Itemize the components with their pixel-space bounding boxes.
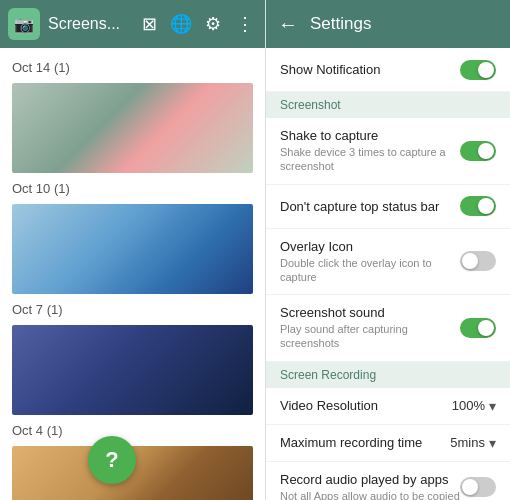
toggle-switch[interactable] [460, 477, 496, 497]
setting-subtitle: Play sound after capturing screenshots [280, 322, 460, 351]
toggle-knob [478, 62, 494, 78]
setting-row: Record audio played by appsNot all Apps … [266, 462, 510, 500]
date-label: Oct 4 (1) [0, 419, 265, 442]
fab-button[interactable]: ? [88, 436, 136, 484]
toggle-switch[interactable] [460, 196, 496, 216]
setting-subtitle: Not all Apps allow audio to be copied [280, 489, 460, 500]
date-label: Oct 10 (1) [0, 177, 265, 200]
setting-row: Don't capture top status bar [266, 185, 510, 229]
crossed-icon[interactable]: ⊠ [137, 12, 161, 36]
toggle-switch[interactable] [460, 318, 496, 338]
thumbnail[interactable] [12, 325, 253, 415]
toggle-switch[interactable] [460, 251, 496, 271]
question-icon: ? [105, 447, 118, 473]
toggle-knob [462, 253, 478, 269]
globe-icon[interactable]: 🌐 [169, 12, 193, 36]
left-panel: 📷 Screens... ⊠ 🌐 ⚙ ⋮ Oct 14 (1) Oct 10 (… [0, 0, 265, 500]
screenshot-list: Oct 14 (1) Oct 10 (1) Oct 7 (1) Oct 4 (1… [0, 48, 265, 500]
dropdown-label: Maximum recording time [280, 435, 422, 450]
dropdown-label: Video Resolution [280, 398, 378, 413]
date-label: Oct 7 (1) [0, 298, 265, 321]
toggle-knob [478, 143, 494, 159]
dropdown-current-value: 100% [452, 398, 485, 413]
date-label: Oct 14 (1) [0, 56, 265, 79]
dropdown-row[interactable]: Maximum recording time5mins▾ [266, 425, 510, 462]
setting-text: Show Notification [280, 62, 460, 77]
setting-subtitle: Shake device 3 times to capture a screen… [280, 145, 460, 174]
toggle-knob [478, 198, 494, 214]
setting-title: Screenshot sound [280, 305, 460, 320]
setting-title: Record audio played by apps [280, 472, 460, 487]
thumbnail[interactable] [12, 204, 253, 294]
dropdown-current-value: 5mins [450, 435, 485, 450]
chevron-down-icon: ▾ [489, 398, 496, 414]
toggle-switch[interactable] [460, 141, 496, 161]
camera-icon: 📷 [14, 15, 34, 34]
setting-text: Screenshot soundPlay sound after capturi… [280, 305, 460, 351]
right-panel: ← Settings Show NotificationScreenshotSh… [265, 0, 510, 500]
setting-row: Show Notification [266, 48, 510, 92]
setting-title: Overlay Icon [280, 239, 460, 254]
setting-row: Shake to captureShake device 3 times to … [266, 118, 510, 185]
app-icon: 📷 [8, 8, 40, 40]
back-button[interactable]: ← [278, 13, 298, 36]
app-title: Screens... [48, 15, 129, 33]
toggle-switch[interactable] [460, 60, 496, 80]
chevron-down-icon: ▾ [489, 435, 496, 451]
section-header: Screen Recording [266, 362, 510, 388]
setting-text: Don't capture top status bar [280, 199, 460, 214]
header-icons: ⊠ 🌐 ⚙ ⋮ [137, 12, 257, 36]
dropdown-value[interactable]: 5mins▾ [450, 435, 496, 451]
dropdown-row[interactable]: Video Resolution100%▾ [266, 388, 510, 425]
setting-row: Overlay IconDouble click the overlay ico… [266, 229, 510, 296]
left-header: 📷 Screens... ⊠ 🌐 ⚙ ⋮ [0, 0, 265, 48]
right-header: ← Settings [266, 0, 510, 48]
setting-row: Screenshot soundPlay sound after capturi… [266, 295, 510, 362]
setting-title: Show Notification [280, 62, 460, 77]
section-header: Screenshot [266, 92, 510, 118]
more-icon[interactable]: ⋮ [233, 12, 257, 36]
setting-text: Shake to captureShake device 3 times to … [280, 128, 460, 174]
thumbnail[interactable] [12, 83, 253, 173]
setting-text: Record audio played by appsNot all Apps … [280, 472, 460, 500]
settings-title: Settings [310, 14, 371, 34]
setting-title: Don't capture top status bar [280, 199, 460, 214]
gear-icon[interactable]: ⚙ [201, 12, 225, 36]
setting-text: Overlay IconDouble click the overlay ico… [280, 239, 460, 285]
settings-list: Show NotificationScreenshotShake to capt… [266, 48, 510, 500]
setting-title: Shake to capture [280, 128, 460, 143]
setting-subtitle: Double click the overlay icon to capture [280, 256, 460, 285]
toggle-knob [478, 320, 494, 336]
toggle-knob [462, 479, 478, 495]
dropdown-value[interactable]: 100%▾ [452, 398, 496, 414]
